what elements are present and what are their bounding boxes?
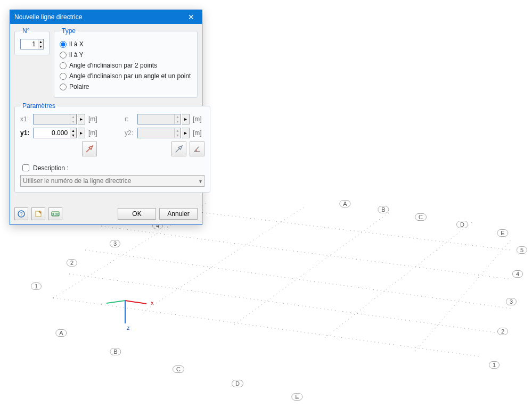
grid-label-5-r: 5	[517, 246, 527, 254]
svg-line-3	[101, 226, 511, 279]
x1-nudge: ▸	[78, 114, 85, 124]
number-spin-up[interactable]: ▲	[38, 39, 43, 44]
grid-label-E-br: E	[497, 229, 508, 237]
grid-label-D-fl: D	[232, 380, 243, 387]
number-legend: N°	[20, 27, 31, 35]
group-type: Type ll à X ll à Y Angle d'inclinaison p…	[54, 27, 198, 98]
radio-type-angle2pts-text: Angle d'inclinaison par 2 points	[69, 60, 157, 71]
grid-label-A-fl: A	[55, 329, 67, 337]
radio-type-anglept-input[interactable]	[60, 73, 67, 80]
x1-spinner: ▲▼	[33, 114, 77, 124]
group-number: N° ▲ ▼	[14, 27, 50, 55]
grid-label-3-l: 3	[110, 240, 120, 247]
axis-z-label: z	[127, 325, 130, 331]
grid-label-2-r: 2	[497, 328, 508, 335]
radio-type-y-text: ll à Y	[69, 49, 83, 60]
radio-type-x-text: ll à X	[69, 39, 84, 49]
y1-label: y1:	[20, 129, 32, 137]
close-icon[interactable]: ✕	[181, 10, 202, 24]
x1-input	[34, 114, 70, 124]
svg-line-2	[85, 250, 511, 309]
ok-button[interactable]: OK	[118, 208, 156, 220]
y1-spin-up[interactable]: ▲	[70, 128, 76, 133]
group-parameters: Paramètres x1: ▲▼ ▸ [m] r: ▲▼ ▸ [m]	[14, 102, 210, 193]
y1-spin-down[interactable]: ▼	[70, 133, 76, 138]
titlebar[interactable]: Nouvelle ligne directrice ✕	[10, 10, 202, 24]
description-combo-text: Utiliser le numéro de la ligne directric…	[23, 177, 131, 185]
axis-x-label: x	[151, 299, 154, 306]
x1-unit: [m]	[86, 115, 100, 123]
grid-label-A-br: A	[339, 200, 350, 207]
svg-text:?: ?	[20, 211, 22, 217]
radio-type-anglept[interactable]: Angle d'inclinaison par un angle et un p…	[60, 71, 192, 81]
y2-nudge: ▸	[182, 128, 190, 138]
radio-type-polar-text: Polaire	[69, 81, 89, 92]
y2-input	[138, 128, 174, 138]
grid-label-4-r: 4	[512, 270, 523, 278]
grid-label-B-br: B	[378, 206, 389, 213]
number-spinner[interactable]: ▲ ▼	[20, 39, 44, 49]
svg-line-8	[325, 221, 474, 338]
number-input[interactable]	[21, 39, 38, 49]
pick-point-2-icon[interactable]	[171, 142, 186, 156]
grid-label-1-l: 1	[31, 282, 42, 290]
grid-label-D-br: D	[456, 221, 468, 228]
svg-line-11	[107, 301, 125, 303]
radio-type-polar-input[interactable]	[60, 84, 67, 90]
radio-type-angle2pts-input[interactable]	[60, 62, 67, 69]
svg-line-10	[125, 301, 146, 304]
radio-type-polar[interactable]: Polaire	[60, 81, 192, 92]
r-input	[138, 114, 174, 124]
y1-spinner[interactable]: ▲ ▼	[33, 128, 77, 138]
cancel-button[interactable]: Annuler	[159, 208, 198, 220]
description-combo[interactable]: Utiliser le numéro de la ligne directric…	[20, 175, 204, 187]
pick-angle-icon[interactable]	[190, 142, 204, 156]
notes-button[interactable]	[31, 207, 45, 220]
svg-line-7	[234, 213, 389, 325]
y2-unit: [m]	[191, 129, 204, 137]
radio-type-y[interactable]: ll à Y	[60, 49, 192, 60]
x1-label: x1:	[20, 115, 32, 123]
r-spinner: ▲▼	[137, 114, 181, 124]
radio-type-angle2pts[interactable]: Angle d'inclinaison par 2 points	[60, 60, 192, 71]
dialog-new-guideline: Nouvelle ligne directrice ✕ N° ▲ ▼ Type	[10, 10, 202, 225]
radio-type-x-input[interactable]	[60, 41, 67, 48]
r-label: r:	[125, 115, 136, 123]
grid-label-C-br: C	[415, 213, 427, 221]
y1-unit: [m]	[86, 129, 100, 137]
type-legend: Type	[60, 27, 78, 35]
svg-text:0.00: 0.00	[52, 212, 59, 216]
grid-label-B-fl: B	[110, 348, 121, 355]
r-nudge: ▸	[182, 114, 190, 124]
chevron-down-icon: ▾	[199, 178, 202, 184]
number-spin-down[interactable]: ▼	[38, 44, 43, 49]
grid-label-3-r: 3	[506, 298, 517, 305]
help-button[interactable]: ?	[14, 207, 28, 220]
description-checkbox[interactable]	[22, 164, 29, 171]
svg-line-1	[69, 274, 495, 332]
grid-label-2-l: 2	[67, 259, 77, 267]
grid-label-E-fl: E	[291, 393, 302, 401]
grid-label-1-r: 1	[489, 361, 500, 369]
y2-spinner: ▲▼	[137, 128, 181, 138]
y1-nudge[interactable]: ▸	[78, 128, 85, 138]
description-label: Description :	[33, 164, 69, 172]
radio-type-anglept-text: Angle d'inclinaison par un angle et un p…	[69, 71, 191, 81]
parameters-legend: Paramètres	[20, 102, 58, 110]
r-unit: [m]	[191, 115, 204, 123]
units-button[interactable]: 0.00	[48, 207, 62, 220]
y1-input[interactable]	[34, 128, 70, 138]
pick-point-1-icon[interactable]	[82, 142, 97, 156]
svg-line-9	[415, 239, 511, 351]
y2-label: y2:	[125, 129, 136, 137]
radio-type-x[interactable]: ll à X	[60, 39, 192, 49]
dialog-title: Nouvelle ligne directrice	[14, 13, 82, 21]
radio-type-y-input[interactable]	[60, 52, 67, 59]
grid-label-C-fl: C	[173, 365, 184, 373]
